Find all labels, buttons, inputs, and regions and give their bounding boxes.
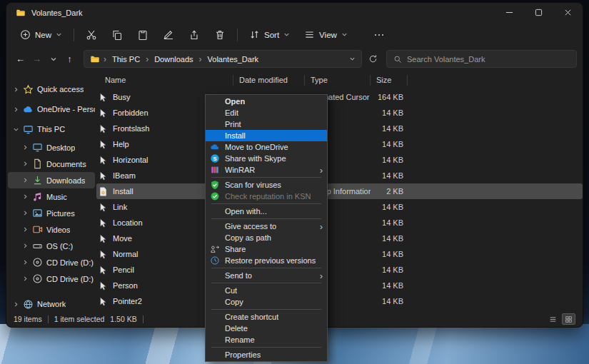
- menu-item-move-to-onedrive[interactable]: Move to OneDrive: [206, 141, 327, 153]
- sidebar-item-this-pc[interactable]: This PC: [8, 119, 95, 139]
- thumbnails-view-button[interactable]: [562, 313, 575, 325]
- menu-item-give-access-to[interactable]: Give access to›: [206, 221, 327, 232]
- recent-locations-button[interactable]: [45, 51, 61, 68]
- menu-item-scan-for-viruses[interactable]: Scan for viruses: [206, 179, 327, 191]
- sidebar-item-documents[interactable]: Documents: [8, 156, 95, 172]
- chevron-right-icon[interactable]: [22, 259, 29, 266]
- file-row-frontslash[interactable]: Frontslash14 KB: [96, 121, 583, 136]
- view-button[interactable]: View: [298, 26, 354, 44]
- column-header-type[interactable]: Type: [305, 75, 371, 86]
- sort-button-label: Sort: [264, 31, 279, 39]
- file-row-busy[interactable]: BusyAnimated Cursor164 KB: [96, 89, 583, 105]
- column-header-date-modified[interactable]: Date modified: [233, 75, 305, 86]
- cut-button[interactable]: [79, 25, 104, 45]
- share-button[interactable]: [182, 25, 206, 45]
- file-row-forbidden[interactable]: Forbidden14 KB: [96, 105, 583, 121]
- sidebar-item-os-c[interactable]: OS (C:): [8, 238, 95, 254]
- menu-item-install[interactable]: Install: [206, 130, 327, 141]
- menu-item-copy[interactable]: Copy: [206, 296, 327, 308]
- chevron-right-icon[interactable]: [22, 226, 29, 233]
- breadcrumb-this-pc[interactable]: This PC: [110, 54, 142, 64]
- sidebar-item-videos[interactable]: Videos: [8, 221, 95, 238]
- chevron-right-icon[interactable]: [22, 275, 29, 282]
- file-row-location[interactable]: Location14 KB: [96, 215, 583, 231]
- column-header-name[interactable]: Name: [96, 75, 233, 86]
- file-size: 14 KB: [371, 140, 408, 148]
- chevron-right-icon[interactable]: [22, 210, 29, 216]
- sidebar-item-cd-drive-d-mob[interactable]: CD Drive (D:) Mob...: [8, 254, 95, 271]
- file-row-move[interactable]: Move14 KB: [96, 231, 583, 246]
- ksn-icon: [210, 191, 220, 201]
- delete-button[interactable]: [208, 25, 232, 45]
- file-row-horizontal[interactable]: Horizontal14 KB: [96, 152, 583, 168]
- menu-item-properties[interactable]: Properties: [206, 349, 327, 360]
- sort-button[interactable]: Sort: [243, 26, 296, 44]
- column-header-size[interactable]: Size: [371, 75, 408, 86]
- rename-button[interactable]: [156, 25, 181, 45]
- chevron-right-icon[interactable]: [22, 177, 29, 183]
- menu-item-create-shortcut[interactable]: Create shortcut: [206, 311, 327, 323]
- more-options-button[interactable]: [367, 25, 391, 45]
- menu-item-winrar[interactable]: WinRAR›: [206, 164, 327, 176]
- sidebar-item-pictures[interactable]: Pictures: [8, 205, 95, 221]
- chevron-right-icon[interactable]: [13, 106, 19, 113]
- minimize-button[interactable]: [495, 3, 524, 22]
- details-view-button[interactable]: [546, 313, 560, 325]
- sidebar-item-desktop[interactable]: Desktop: [8, 139, 95, 156]
- file-row-install[interactable]: InstallSetup Information2 KB: [96, 183, 583, 199]
- menu-item-open-with[interactable]: Open with...: [206, 206, 327, 217]
- copy-button[interactable]: [105, 25, 129, 45]
- breadcrumb-volantes-dark[interactable]: Volantes_Dark: [206, 54, 261, 64]
- paste-icon: [137, 29, 148, 41]
- file-row-person[interactable]: Person14 KB: [96, 278, 583, 293]
- cursor-file-icon: [98, 171, 109, 181]
- up-button[interactable]: ↑: [61, 51, 78, 68]
- chevron-right-icon[interactable]: [22, 144, 29, 151]
- address-bar[interactable]: › This PC › Downloads › Volantes_Dark: [84, 50, 362, 68]
- sidebar-item-onedrive-personal[interactable]: OneDrive - Personal: [8, 99, 95, 119]
- sidebar-item-music[interactable]: Music: [8, 188, 95, 205]
- file-row-pointer2[interactable]: Pointer214 KB: [96, 293, 583, 309]
- menu-item-open[interactable]: Open: [206, 96, 327, 107]
- thumbnails-view-icon: [565, 315, 573, 323]
- file-row-help[interactable]: Help14 KB: [96, 136, 583, 152]
- file-row-link[interactable]: Link14 KB: [96, 199, 583, 215]
- menu-item-rename[interactable]: Rename: [206, 334, 327, 345]
- menu-item-edit[interactable]: Edit: [206, 107, 327, 118]
- forward-button[interactable]: →: [29, 51, 45, 68]
- search-input[interactable]: [407, 55, 570, 64]
- close-button[interactable]: [553, 3, 583, 22]
- chevron-right-icon[interactable]: [13, 301, 19, 308]
- sidebar-item-quick-access[interactable]: Quick access: [8, 79, 95, 99]
- file-size: 2 KB: [371, 187, 408, 196]
- sidebar-item-downloads[interactable]: Downloads: [8, 172, 95, 188]
- file-row-ibeam[interactable]: IBeam14 KB: [96, 168, 583, 183]
- chevron-right-icon[interactable]: [22, 161, 29, 167]
- menu-item-share-with-skype[interactable]: SShare with Skype: [206, 153, 327, 164]
- chevron-down-icon[interactable]: [13, 126, 19, 133]
- menu-separator: [211, 268, 321, 268]
- menu-item-delete[interactable]: Delete: [206, 323, 327, 334]
- new-button[interactable]: New: [14, 26, 69, 44]
- chevron-right-icon[interactable]: [22, 193, 29, 200]
- file-row-normal[interactable]: Normal14 KB: [96, 246, 583, 262]
- menu-item-send-to[interactable]: Send to›: [206, 270, 327, 281]
- title-bar[interactable]: Volantes_Dark: [6, 3, 583, 22]
- sidebar-item-network[interactable]: Network: [8, 294, 95, 311]
- menu-item-share[interactable]: Share: [206, 243, 327, 255]
- menu-item-restore-previous-versions[interactable]: Restore previous versions: [206, 255, 327, 266]
- maximize-button[interactable]: [524, 3, 553, 22]
- breadcrumb-downloads[interactable]: Downloads: [152, 54, 195, 64]
- back-button[interactable]: ←: [12, 51, 29, 68]
- chevron-right-icon[interactable]: [22, 243, 29, 249]
- paste-button[interactable]: [131, 25, 155, 45]
- file-row-pencil[interactable]: Pencil14 KB: [96, 262, 583, 278]
- menu-item-cut[interactable]: Cut: [206, 285, 327, 296]
- menu-item-print[interactable]: Print: [206, 118, 327, 130]
- chevron-right-icon[interactable]: [13, 86, 19, 93]
- refresh-button[interactable]: [363, 51, 382, 68]
- address-dropdown-icon[interactable]: [349, 56, 356, 62]
- history-icon: [210, 256, 220, 266]
- menu-item-copy-as-path[interactable]: Copy as path: [206, 232, 327, 243]
- sidebar-item-cd-drive-d-mobile[interactable]: CD Drive (D:) Mobile...: [8, 271, 95, 287]
